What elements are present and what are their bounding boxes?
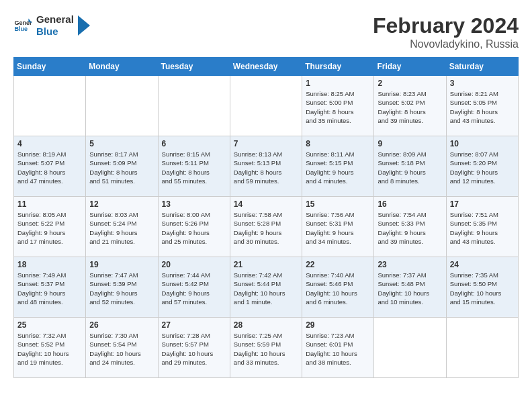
col-header-thursday: Thursday xyxy=(302,58,374,76)
calendar-cell: 4Sunrise: 8:19 AM Sunset: 5:07 PM Daylig… xyxy=(14,136,86,197)
day-number: 6 xyxy=(162,139,226,148)
calendar-cell: 17Sunrise: 7:51 AM Sunset: 5:35 PM Dayli… xyxy=(446,197,518,257)
day-info: Sunrise: 8:15 AM Sunset: 5:11 PM Dayligh… xyxy=(162,150,226,185)
day-info: Sunrise: 7:28 AM Sunset: 5:57 PM Dayligh… xyxy=(162,331,226,367)
calendar-cell: 23Sunrise: 7:37 AM Sunset: 5:48 PM Dayli… xyxy=(374,257,446,318)
day-number: 26 xyxy=(89,320,154,330)
calendar-cell: 25Sunrise: 7:32 AM Sunset: 5:52 PM Dayli… xyxy=(14,318,86,378)
calendar-cell: 8Sunrise: 8:11 AM Sunset: 5:15 PM Daylig… xyxy=(302,136,374,197)
calendar-cell: 14Sunrise: 7:58 AM Sunset: 5:28 PM Dayli… xyxy=(230,197,302,257)
day-info: Sunrise: 7:56 AM Sunset: 5:31 PM Dayligh… xyxy=(306,210,370,246)
day-info: Sunrise: 8:21 AM Sunset: 5:05 PM Dayligh… xyxy=(450,89,515,125)
calendar-cell: 28Sunrise: 7:25 AM Sunset: 5:59 PM Dayli… xyxy=(230,318,302,378)
logo-general: General xyxy=(36,13,74,26)
calendar-cell: 11Sunrise: 8:05 AM Sunset: 5:22 PM Dayli… xyxy=(14,197,86,257)
day-info: Sunrise: 7:30 AM Sunset: 5:54 PM Dayligh… xyxy=(89,331,154,367)
calendar-cell: 18Sunrise: 7:49 AM Sunset: 5:37 PM Dayli… xyxy=(14,257,86,318)
day-number: 27 xyxy=(162,320,226,330)
calendar-cell: 10Sunrise: 8:07 AM Sunset: 5:20 PM Dayli… xyxy=(446,136,518,197)
day-info: Sunrise: 7:32 AM Sunset: 5:52 PM Dayligh… xyxy=(17,331,82,367)
day-number: 5 xyxy=(89,139,154,148)
logo-arrow-icon xyxy=(78,15,90,36)
day-info: Sunrise: 7:47 AM Sunset: 5:39 PM Dayligh… xyxy=(89,271,154,306)
day-number: 18 xyxy=(17,260,82,269)
calendar-cell: 13Sunrise: 8:00 AM Sunset: 5:26 PM Dayli… xyxy=(158,197,230,257)
day-number: 4 xyxy=(17,139,82,148)
day-info: Sunrise: 8:05 AM Sunset: 5:22 PM Dayligh… xyxy=(17,210,82,246)
day-number: 23 xyxy=(378,260,442,269)
col-header-wednesday: Wednesday xyxy=(230,58,302,76)
day-info: Sunrise: 7:25 AM Sunset: 5:59 PM Dayligh… xyxy=(234,331,298,367)
col-header-sunday: Sunday xyxy=(14,58,86,76)
day-number: 22 xyxy=(306,260,370,269)
day-info: Sunrise: 8:07 AM Sunset: 5:20 PM Dayligh… xyxy=(450,150,515,185)
day-number: 24 xyxy=(450,260,515,269)
calendar-cell: 22Sunrise: 7:40 AM Sunset: 5:46 PM Dayli… xyxy=(302,257,374,318)
day-info: Sunrise: 7:54 AM Sunset: 5:33 PM Dayligh… xyxy=(378,210,442,246)
day-number: 7 xyxy=(234,139,298,148)
calendar-cell: 20Sunrise: 7:44 AM Sunset: 5:42 PM Dayli… xyxy=(158,257,230,318)
day-info: Sunrise: 7:51 AM Sunset: 5:35 PM Dayligh… xyxy=(450,210,515,246)
day-info: Sunrise: 7:23 AM Sunset: 6:01 PM Dayligh… xyxy=(306,331,370,367)
calendar-cell: 12Sunrise: 8:03 AM Sunset: 5:24 PM Dayli… xyxy=(86,197,158,257)
calendar-cell: 6Sunrise: 8:15 AM Sunset: 5:11 PM Daylig… xyxy=(158,136,230,197)
calendar-cell: 7Sunrise: 8:13 AM Sunset: 5:13 PM Daylig… xyxy=(230,136,302,197)
day-number: 21 xyxy=(234,260,298,269)
calendar-week-row: 25Sunrise: 7:32 AM Sunset: 5:52 PM Dayli… xyxy=(14,318,519,378)
day-number: 15 xyxy=(306,199,370,209)
logo-icon: General Blue xyxy=(13,16,32,35)
calendar-cell xyxy=(14,76,86,136)
calendar-cell: 19Sunrise: 7:47 AM Sunset: 5:39 PM Dayli… xyxy=(86,257,158,318)
svg-marker-3 xyxy=(78,15,90,36)
day-info: Sunrise: 7:58 AM Sunset: 5:28 PM Dayligh… xyxy=(234,210,298,246)
day-number: 17 xyxy=(450,199,515,209)
calendar-cell: 16Sunrise: 7:54 AM Sunset: 5:33 PM Dayli… xyxy=(374,197,446,257)
day-number: 12 xyxy=(89,199,154,209)
day-info: Sunrise: 8:17 AM Sunset: 5:09 PM Dayligh… xyxy=(89,150,154,185)
month-year-title: February 2024 xyxy=(373,13,519,38)
calendar-cell: 2Sunrise: 8:23 AM Sunset: 5:02 PM Daylig… xyxy=(374,76,446,136)
day-number: 3 xyxy=(450,79,515,88)
logo-blue: Blue xyxy=(36,26,74,38)
col-header-saturday: Saturday xyxy=(446,58,518,76)
day-info: Sunrise: 7:35 AM Sunset: 5:50 PM Dayligh… xyxy=(450,271,515,306)
day-number: 8 xyxy=(306,139,370,148)
calendar-cell: 26Sunrise: 7:30 AM Sunset: 5:54 PM Dayli… xyxy=(86,318,158,378)
calendar-cell: 29Sunrise: 7:23 AM Sunset: 6:01 PM Dayli… xyxy=(302,318,374,378)
day-info: Sunrise: 8:23 AM Sunset: 5:02 PM Dayligh… xyxy=(378,89,442,125)
calendar-header-row: SundayMondayTuesdayWednesdayThursdayFrid… xyxy=(14,58,519,76)
day-info: Sunrise: 7:37 AM Sunset: 5:48 PM Dayligh… xyxy=(378,271,442,306)
calendar-week-row: 11Sunrise: 8:05 AM Sunset: 5:22 PM Dayli… xyxy=(14,197,519,257)
day-number: 20 xyxy=(162,260,226,269)
day-info: Sunrise: 7:44 AM Sunset: 5:42 PM Dayligh… xyxy=(162,271,226,306)
day-number: 9 xyxy=(378,139,442,148)
day-number: 28 xyxy=(234,320,298,330)
day-info: Sunrise: 8:09 AM Sunset: 5:18 PM Dayligh… xyxy=(378,150,442,185)
day-info: Sunrise: 7:49 AM Sunset: 5:37 PM Dayligh… xyxy=(17,271,82,306)
day-number: 16 xyxy=(378,199,442,209)
calendar-cell: 3Sunrise: 8:21 AM Sunset: 5:05 PM Daylig… xyxy=(446,76,518,136)
day-number: 1 xyxy=(306,79,370,88)
day-number: 29 xyxy=(306,320,370,330)
day-number: 25 xyxy=(17,320,82,330)
title-section: February 2024 Novovladykino, Russia xyxy=(373,13,519,50)
day-number: 19 xyxy=(89,260,154,269)
day-number: 2 xyxy=(378,79,442,88)
page-header: General Blue General Blue February 2024 … xyxy=(13,13,519,50)
svg-text:Blue: Blue xyxy=(14,26,28,32)
calendar-table: SundayMondayTuesdayWednesdayThursdayFrid… xyxy=(13,57,519,378)
day-number: 11 xyxy=(17,199,82,209)
calendar-cell: 15Sunrise: 7:56 AM Sunset: 5:31 PM Dayli… xyxy=(302,197,374,257)
day-info: Sunrise: 7:42 AM Sunset: 5:44 PM Dayligh… xyxy=(234,271,298,306)
day-number: 13 xyxy=(162,199,226,209)
calendar-cell xyxy=(158,76,230,136)
calendar-cell: 27Sunrise: 7:28 AM Sunset: 5:57 PM Dayli… xyxy=(158,318,230,378)
calendar-cell xyxy=(230,76,302,136)
calendar-cell: 9Sunrise: 8:09 AM Sunset: 5:18 PM Daylig… xyxy=(374,136,446,197)
day-number: 10 xyxy=(450,139,515,148)
calendar-week-row: 4Sunrise: 8:19 AM Sunset: 5:07 PM Daylig… xyxy=(14,136,519,197)
col-header-tuesday: Tuesday xyxy=(158,58,230,76)
logo: General Blue General Blue xyxy=(13,13,90,38)
calendar-cell: 21Sunrise: 7:42 AM Sunset: 5:44 PM Dayli… xyxy=(230,257,302,318)
calendar-cell xyxy=(86,76,158,136)
